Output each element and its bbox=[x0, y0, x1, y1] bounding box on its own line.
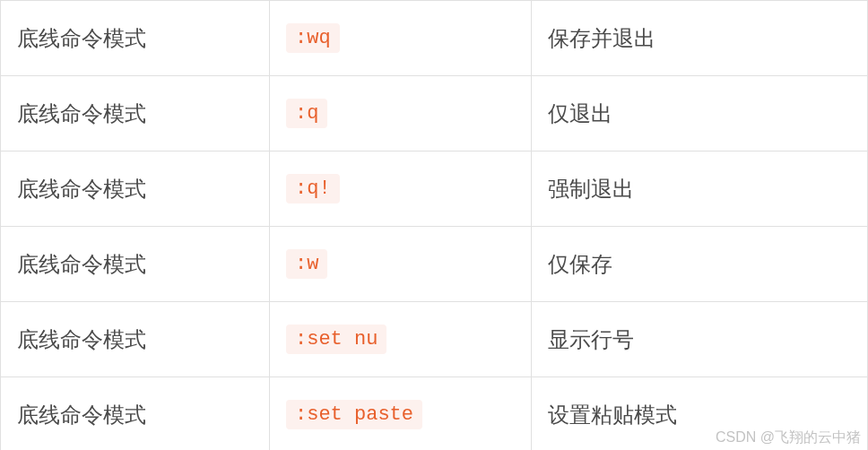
mode-cell: 底线命令模式 bbox=[1, 151, 270, 227]
command-table: 底线命令模式 :wq 保存并退出 底线命令模式 :q 仅退出 底线命令模式 :q… bbox=[0, 0, 868, 450]
command-code: :q! bbox=[286, 174, 340, 203]
table-row: 底线命令模式 :wq 保存并退出 bbox=[1, 1, 868, 76]
command-cell: :w bbox=[270, 227, 532, 302]
table-row: 底线命令模式 :set paste 设置粘贴模式 bbox=[1, 377, 868, 451]
command-cell: :q bbox=[270, 76, 532, 151]
command-code: :set paste bbox=[286, 400, 422, 429]
mode-cell: 底线命令模式 bbox=[1, 76, 270, 151]
table-row: 底线命令模式 :q! 强制退出 bbox=[1, 151, 868, 227]
table-row: 底线命令模式 :q 仅退出 bbox=[1, 76, 868, 151]
description-cell: 仅退出 bbox=[532, 76, 868, 151]
description-cell: 设置粘贴模式 bbox=[532, 377, 868, 451]
command-cell: :q! bbox=[270, 151, 532, 227]
description-cell: 显示行号 bbox=[532, 302, 868, 377]
command-code: :wq bbox=[286, 23, 340, 53]
command-code: :set nu bbox=[286, 325, 386, 354]
command-code: :q bbox=[286, 99, 327, 128]
mode-cell: 底线命令模式 bbox=[1, 227, 270, 302]
description-cell: 仅保存 bbox=[532, 227, 868, 302]
mode-cell: 底线命令模式 bbox=[1, 302, 270, 377]
command-cell: :set paste bbox=[270, 377, 532, 451]
mode-cell: 底线命令模式 bbox=[1, 377, 270, 451]
table-row: 底线命令模式 :set nu 显示行号 bbox=[1, 302, 868, 377]
description-cell: 保存并退出 bbox=[532, 1, 868, 76]
command-cell: :set nu bbox=[270, 302, 532, 377]
mode-cell: 底线命令模式 bbox=[1, 1, 270, 76]
table-body: 底线命令模式 :wq 保存并退出 底线命令模式 :q 仅退出 底线命令模式 :q… bbox=[1, 1, 868, 451]
description-cell: 强制退出 bbox=[532, 151, 868, 227]
table-row: 底线命令模式 :w 仅保存 bbox=[1, 227, 868, 302]
command-code: :w bbox=[286, 249, 327, 279]
command-cell: :wq bbox=[270, 1, 532, 76]
